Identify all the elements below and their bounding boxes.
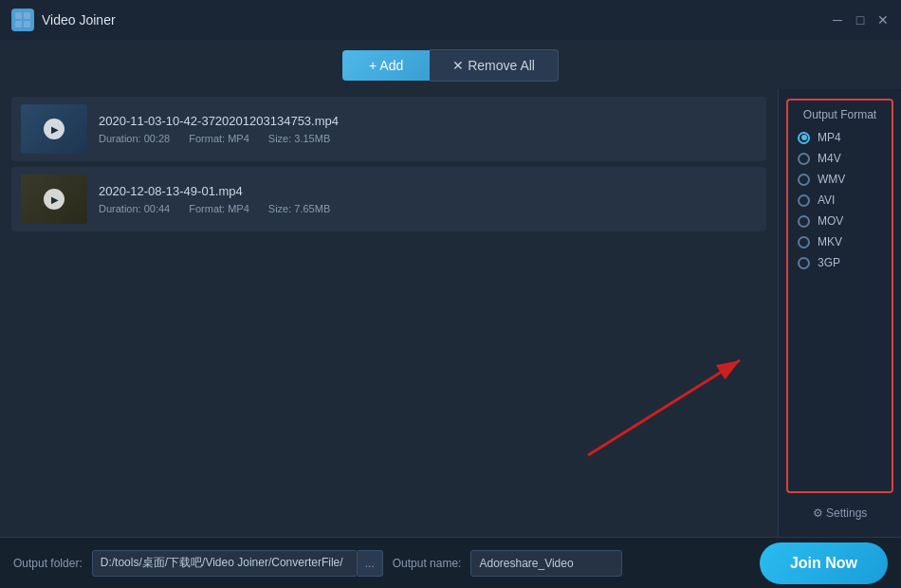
radio-circle: [798, 153, 810, 165]
output-name-label: Output name:: [393, 557, 462, 570]
file-size: Size: 7.65MB: [268, 203, 330, 214]
radio-circle: [798, 194, 810, 207]
format-option-wmv[interactable]: WMV: [798, 173, 882, 186]
radio-circle: [798, 174, 810, 186]
file-thumbnail: ▶: [21, 104, 87, 154]
radio-circle: [798, 257, 810, 269]
output-name-input[interactable]: [470, 550, 622, 577]
file-list: ▶ 2020-11-03-10-42-3720201203134753.mp4 …: [0, 89, 778, 537]
file-meta: Duration: 00:28 Format: MP4 Size: 3.15MB: [99, 133, 757, 144]
svg-rect-2: [15, 21, 22, 28]
title-left: Video Joiner: [11, 9, 116, 31]
format-label: WMV: [818, 173, 845, 186]
minimize-button[interactable]: ─: [831, 13, 844, 27]
format-label: MKV: [818, 235, 842, 248]
format-option-m4v[interactable]: M4V: [798, 152, 882, 165]
toolbar: + Add ✕ Remove All: [0, 40, 901, 89]
format-option-mp4[interactable]: MP4: [798, 131, 882, 144]
format-option-3gp[interactable]: 3GP: [798, 256, 882, 269]
browse-button[interactable]: ...: [358, 550, 383, 577]
file-thumbnail: ▶: [21, 175, 87, 224]
file-info: 2020-12-08-13-49-01.mp4 Duration: 00:44 …: [99, 184, 757, 214]
format-label: 3GP: [818, 256, 840, 269]
app-title: Video Joiner: [42, 12, 116, 28]
output-folder-label: Output folder:: [13, 557, 83, 570]
file-name: 2020-12-08-13-49-01.mp4: [99, 184, 757, 198]
close-button[interactable]: ✕: [876, 13, 890, 27]
format-label: MP4: [818, 131, 841, 144]
file-duration: Duration: 00:44: [99, 203, 170, 214]
file-item[interactable]: ▶ 2020-11-03-10-42-3720201203134753.mp4 …: [11, 97, 766, 161]
file-size: Size: 3.15MB: [268, 133, 330, 144]
format-option-avi[interactable]: AVI: [798, 193, 882, 207]
folder-input-wrap: ...: [92, 550, 383, 577]
file-name: 2020-11-03-10-42-3720201203134753.mp4: [99, 114, 757, 128]
title-bar: Video Joiner ─ □ ✕: [0, 0, 901, 40]
bottom-bar: Output folder: ... Output name: Join Now: [0, 537, 901, 588]
svg-rect-3: [24, 21, 30, 28]
output-folder-input[interactable]: [92, 550, 358, 577]
format-option-mkv[interactable]: MKV: [798, 235, 882, 248]
main-area: ▶ 2020-11-03-10-42-3720201203134753.mp4 …: [0, 89, 901, 537]
play-icon: ▶: [44, 189, 64, 210]
format-label: AVI: [818, 193, 835, 207]
join-now-button[interactable]: Join Now: [760, 542, 888, 584]
radio-circle: [798, 236, 810, 248]
app-icon: [11, 9, 34, 31]
settings-button[interactable]: ⚙ Settings: [779, 499, 901, 527]
output-format-title: Output Format: [798, 108, 882, 121]
format-label: M4V: [818, 152, 841, 165]
file-item[interactable]: ▶ 2020-12-08-13-49-01.mp4 Duration: 00:4…: [11, 167, 766, 231]
radio-circle: [798, 132, 810, 144]
remove-all-button[interactable]: ✕ Remove All: [430, 49, 559, 82]
format-option-mov[interactable]: MOV: [798, 214, 882, 228]
file-format: Format: MP4: [189, 203, 249, 214]
right-panel: Output Format MP4 M4V WMV AVI MOV MKV: [778, 89, 901, 537]
file-duration: Duration: 00:28: [99, 133, 170, 144]
file-info: 2020-11-03-10-42-3720201203134753.mp4 Du…: [99, 114, 757, 144]
add-button[interactable]: + Add: [342, 50, 430, 81]
svg-rect-1: [24, 12, 30, 19]
play-icon: ▶: [44, 119, 64, 139]
radio-circle: [798, 215, 810, 228]
output-format-box: Output Format MP4 M4V WMV AVI MOV MKV: [786, 99, 893, 493]
window-controls: ─ □ ✕: [831, 13, 890, 27]
file-format: Format: MP4: [189, 133, 249, 144]
radio-dot: [801, 135, 807, 140]
maximize-button[interactable]: □: [854, 13, 867, 27]
file-meta: Duration: 00:44 Format: MP4 Size: 7.65MB: [99, 203, 757, 214]
svg-rect-0: [15, 12, 22, 19]
format-label: MOV: [818, 214, 843, 228]
